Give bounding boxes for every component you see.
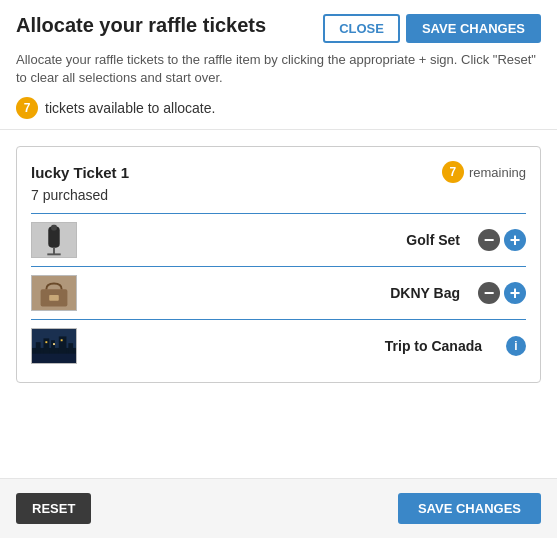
tickets-available-text: tickets available to allocate. (45, 100, 215, 116)
golf-set-minus-button[interactable]: − (478, 229, 500, 251)
ticket-card: lucky Ticket 1 7 remaining 7 purchased (16, 146, 541, 383)
header-description: Allocate your raffle tickets to the raff… (16, 51, 541, 87)
golf-set-controls: − + (478, 229, 526, 251)
ticket-name: lucky Ticket 1 (31, 164, 129, 181)
main-content: lucky Ticket 1 7 remaining 7 purchased (0, 130, 557, 478)
svg-rect-16 (45, 342, 47, 344)
close-button[interactable]: CLOSE (323, 14, 400, 43)
ticket-purchased: 7 purchased (31, 187, 526, 203)
save-changes-header-button[interactable]: SAVE CHANGES (406, 14, 541, 43)
info-icon[interactable]: i (506, 336, 526, 356)
svg-rect-7 (49, 295, 59, 301)
trip-canada-image (31, 328, 77, 364)
header-top: Allocate your raffle tickets CLOSE SAVE … (16, 14, 541, 43)
page-title: Allocate your raffle tickets (16, 14, 266, 37)
reset-button[interactable]: RESET (16, 493, 91, 524)
page-wrapper: Allocate your raffle tickets CLOSE SAVE … (0, 0, 557, 538)
dkny-bag-name: DKNY Bag (87, 285, 460, 301)
tickets-available-row: 7 tickets available to allocate. (16, 97, 541, 119)
footer-section: RESET SAVE CHANGES (0, 478, 557, 538)
svg-rect-15 (32, 354, 76, 364)
remaining-label: remaining (469, 165, 526, 180)
svg-rect-18 (53, 344, 55, 346)
ticket-card-header: lucky Ticket 1 7 remaining (31, 161, 526, 183)
golf-set-image (31, 222, 77, 258)
save-changes-footer-button[interactable]: SAVE CHANGES (398, 493, 541, 524)
golf-set-name: Golf Set (87, 232, 460, 248)
svg-rect-2 (51, 225, 57, 231)
dkny-bag-controls: − + (478, 282, 526, 304)
dkny-bag-plus-button[interactable]: + (504, 282, 526, 304)
svg-rect-17 (61, 340, 63, 342)
dkny-bag-image (31, 275, 77, 311)
header-buttons: CLOSE SAVE CHANGES (323, 14, 541, 43)
list-item: Trip to Canada i (31, 319, 526, 372)
trip-canada-controls: i (500, 336, 526, 356)
dkny-bag-minus-button[interactable]: − (478, 282, 500, 304)
golf-set-plus-button[interactable]: + (504, 229, 526, 251)
remaining-badge: 7 remaining (442, 161, 526, 183)
header-section: Allocate your raffle tickets CLOSE SAVE … (0, 0, 557, 130)
list-item: Golf Set − + (31, 213, 526, 266)
remaining-count-badge: 7 (442, 161, 464, 183)
list-item: DKNY Bag − + (31, 266, 526, 319)
tickets-count-badge: 7 (16, 97, 38, 119)
trip-canada-name: Trip to Canada (87, 338, 482, 354)
